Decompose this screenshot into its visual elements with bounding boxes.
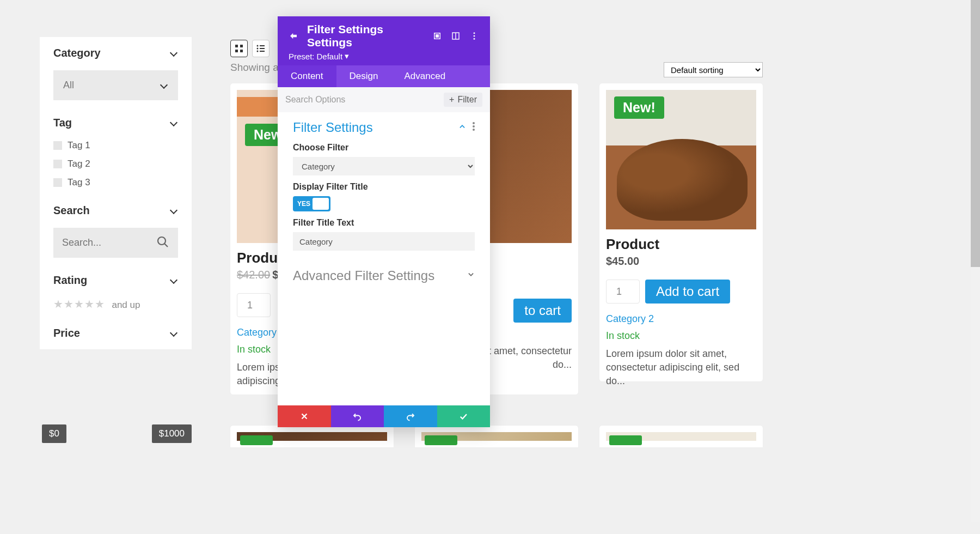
list-view-button[interactable] — [252, 40, 270, 57]
add-to-cart-button[interactable]: to cart — [513, 299, 572, 323]
category-selected: All — [63, 80, 74, 91]
rating-row[interactable]: ★★★★★ and up — [53, 298, 178, 311]
svg-rect-5 — [240, 50, 243, 52]
preset-selector[interactable]: Preset: Default ▾ — [289, 51, 479, 61]
toggle-label: YES — [297, 200, 310, 208]
svg-rect-13 — [436, 35, 439, 38]
category-select[interactable]: All — [53, 70, 178, 100]
svg-point-18 — [474, 38, 475, 40]
product-image[interactable]: New! — [606, 90, 756, 229]
tag-header[interactable]: Tag — [53, 117, 178, 129]
back-icon[interactable] — [289, 31, 298, 41]
chevron-down-icon — [169, 207, 178, 215]
svg-point-10 — [257, 51, 259, 52]
filter-sidebar: Category All Tag Tag 1 Tag 2 Tag 3 Searc… — [40, 37, 192, 349]
quantity-stepper[interactable] — [606, 280, 640, 304]
category-header[interactable]: Category — [53, 47, 178, 59]
filter-settings-header[interactable]: Filter Settings — [293, 120, 475, 135]
price-header[interactable]: Price — [53, 327, 178, 339]
product-card: New! Product $45.00 Add to cart Category… — [599, 83, 763, 382]
add-to-cart-button[interactable]: Add to cart — [645, 280, 730, 304]
quantity-stepper[interactable] — [237, 293, 271, 317]
more-icon[interactable] — [473, 122, 475, 133]
product-title: Product — [606, 236, 756, 253]
choose-filter-label: Choose Filter — [293, 143, 475, 153]
tab-content[interactable]: Content — [278, 65, 336, 87]
chevron-down-icon — [169, 276, 178, 285]
svg-rect-7 — [260, 45, 265, 46]
search-header[interactable]: Search — [53, 204, 178, 217]
price-min-badge[interactable]: $0 — [42, 424, 66, 443]
product-description: Lorem ipsum dolor sit amet, consectetur … — [606, 347, 756, 389]
add-filter-label: Filter — [457, 95, 477, 105]
price-badges: $0 $1000 — [42, 424, 192, 443]
svg-point-19 — [473, 122, 475, 124]
modal-footer — [278, 405, 490, 427]
tag-label: Tag 2 — [68, 159, 90, 169]
preset-value: Default — [317, 52, 343, 61]
add-filter-button[interactable]: + Filter — [444, 93, 482, 107]
search-input[interactable] — [62, 237, 149, 248]
cancel-button[interactable] — [278, 405, 331, 427]
preset-label: Preset: — [289, 52, 315, 61]
product-card — [599, 425, 763, 448]
checkbox-icon[interactable] — [53, 160, 62, 168]
rating-header[interactable]: Rating — [53, 274, 178, 287]
modal-header[interactable]: Filter Settings Settings Preset: Default… — [278, 16, 490, 65]
page-scrollbar[interactable] — [971, 0, 980, 522]
price-max-badge[interactable]: $1000 — [152, 424, 192, 443]
tag-row[interactable]: Tag 3 — [53, 177, 178, 188]
tab-advanced[interactable]: Advanced — [391, 65, 458, 87]
confirm-button[interactable] — [437, 405, 491, 427]
sort-select[interactable]: Default sorting — [664, 62, 763, 77]
price-line: $45.00 — [606, 255, 756, 268]
filter-section-category: Category All — [53, 47, 178, 100]
tag-row[interactable]: Tag 2 — [53, 159, 178, 169]
chevron-up-icon[interactable] — [458, 123, 466, 132]
layout-icon[interactable] — [451, 31, 461, 41]
filter-section-search: Search — [53, 204, 178, 258]
checkbox-icon[interactable] — [53, 141, 62, 150]
filter-title-text-input[interactable] — [293, 232, 475, 251]
expand-icon[interactable] — [432, 31, 442, 41]
tag-label: Tag 1 — [68, 140, 90, 151]
svg-point-8 — [257, 48, 259, 50]
checkbox-icon[interactable] — [53, 178, 62, 187]
search-box — [53, 228, 178, 258]
new-badge: New! — [614, 96, 664, 119]
filter-title-text-label: Filter Title Text — [293, 218, 475, 228]
grid-view-button[interactable] — [230, 40, 248, 57]
search-options-row: Search Options + Filter — [278, 87, 490, 112]
rating-suffix: and up — [112, 300, 140, 310]
category-title: Category — [53, 47, 101, 59]
svg-rect-3 — [240, 45, 243, 47]
chevron-down-icon — [169, 329, 178, 338]
svg-rect-2 — [235, 45, 238, 47]
category-link[interactable]: Category 2 — [606, 313, 756, 325]
choose-filter-select[interactable]: Category — [293, 157, 475, 175]
advanced-filter-settings-header[interactable]: Advanced Filter Settings — [278, 254, 490, 298]
tab-design[interactable]: Design — [336, 65, 391, 87]
display-title-toggle[interactable]: YES — [293, 196, 330, 211]
filter-section-tag: Tag Tag 1 Tag 2 Tag 3 — [53, 117, 178, 188]
svg-point-6 — [257, 45, 259, 47]
scrollbar-thumb[interactable] — [971, 0, 980, 267]
search-icon[interactable] — [156, 235, 169, 251]
tag-row[interactable]: Tag 1 — [53, 140, 178, 151]
svg-line-1 — [164, 244, 168, 247]
redo-button[interactable] — [384, 405, 437, 427]
svg-rect-4 — [235, 50, 238, 52]
price-title: Price — [53, 327, 80, 339]
svg-point-21 — [473, 129, 475, 131]
search-title: Search — [53, 204, 90, 217]
modal-title: Filter Settings Settings — [307, 23, 424, 49]
more-icon[interactable] — [469, 31, 479, 41]
old-price: $42.00 — [237, 269, 270, 281]
svg-rect-9 — [260, 48, 265, 49]
price: $45.00 — [606, 255, 639, 267]
svg-point-20 — [473, 125, 475, 128]
undo-button[interactable] — [331, 405, 384, 427]
chevron-down-icon — [169, 49, 178, 58]
filter-settings-heading: Filter Settings — [293, 120, 373, 135]
svg-point-0 — [158, 237, 166, 245]
